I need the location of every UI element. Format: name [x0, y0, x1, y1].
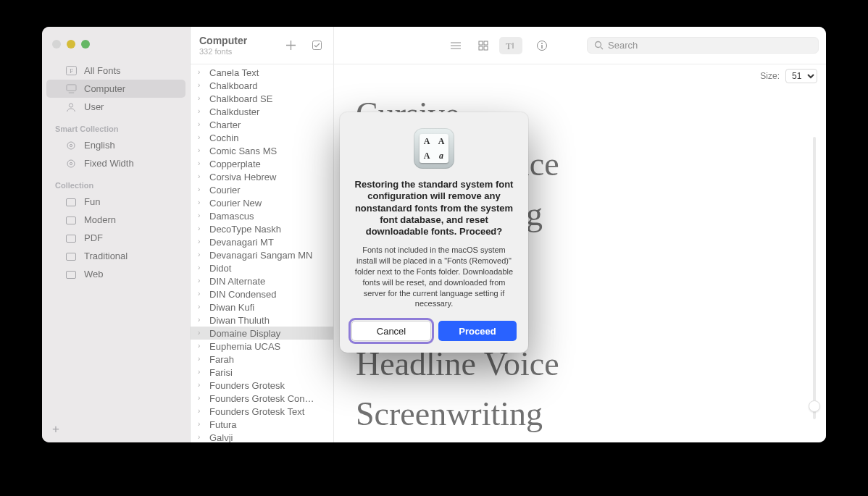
chevron-right-icon: › — [198, 82, 204, 89]
chevron-right-icon: › — [198, 225, 204, 232]
dialog-body: Fonts not included in the macOS system i… — [351, 245, 517, 309]
font-row[interactable]: ›Chalkboard SE — [191, 92, 333, 105]
font-row[interactable]: ›Farisi — [191, 366, 333, 379]
font-row[interactable]: ›Founders Grotesk — [191, 379, 333, 392]
collection-icon — [65, 269, 77, 279]
font-icon: F — [65, 66, 77, 76]
font-row[interactable]: ›Devanagari MT — [191, 235, 333, 248]
font-row[interactable]: ›Didot — [191, 261, 333, 274]
font-row[interactable]: ›Domaine Display — [191, 327, 333, 340]
sidebar-item-user[interactable]: User — [46, 98, 185, 116]
sidebar-item-english[interactable]: English — [46, 136, 185, 154]
sidebar-item-computer[interactable]: Computer — [46, 80, 185, 98]
svg-rect-10 — [67, 217, 76, 224]
font-name: Charter — [209, 119, 241, 130]
font-row[interactable]: ›Founders Grotesk Con… — [191, 392, 333, 405]
sidebar-item-modern[interactable]: Modern — [46, 211, 185, 229]
svg-point-5 — [67, 142, 75, 149]
svg-rect-14 — [312, 41, 321, 50]
sidebar-item-all-fonts[interactable]: F All Fonts — [46, 62, 185, 80]
font-row[interactable]: ›Euphemia UCAS — [191, 340, 333, 353]
view-sample-button[interactable] — [444, 37, 467, 54]
font-row[interactable]: ›Canela Text — [191, 66, 333, 79]
font-row[interactable]: ›DIN Alternate — [191, 274, 333, 287]
zoom-window-button[interactable] — [81, 40, 90, 49]
font-row[interactable]: ›Galvji — [191, 431, 333, 442]
font-name: Courier — [209, 185, 241, 196]
size-slider-track[interactable] — [813, 137, 816, 419]
chevron-right-icon: › — [198, 251, 204, 258]
chevron-right-icon: › — [198, 134, 204, 141]
font-row[interactable]: ›DIN Condensed — [191, 287, 333, 300]
chevron-right-icon: › — [198, 238, 204, 245]
svg-point-6 — [70, 144, 72, 146]
sidebar-item-label: Fixed Width — [84, 158, 134, 169]
font-row[interactable]: ›Copperplate — [191, 157, 333, 170]
font-row[interactable]: ›Futura — [191, 418, 333, 431]
computer-icon — [65, 84, 77, 94]
font-name: DecoType Naskh — [209, 224, 281, 235]
svg-text:F: F — [69, 67, 72, 75]
font-row[interactable]: ›Diwan Kufi — [191, 300, 333, 314]
chevron-right-icon: › — [198, 408, 204, 415]
svg-rect-19 — [484, 41, 488, 45]
chevron-right-icon: › — [198, 434, 204, 441]
font-row[interactable]: ›Cochin — [191, 131, 333, 144]
add-font-button[interactable] — [283, 38, 299, 54]
size-select[interactable]: 51 — [785, 69, 817, 83]
font-name: Chalkduster — [209, 106, 259, 117]
sidebar-item-fixed-width[interactable]: Fixed Width — [46, 154, 185, 172]
proceed-button[interactable]: Proceed — [438, 321, 517, 341]
view-custom-button[interactable]: T — [499, 37, 522, 54]
sidebar-item-traditional[interactable]: Traditional — [46, 247, 185, 265]
svg-line-28 — [601, 47, 603, 49]
font-row[interactable]: ›Chalkboard — [191, 79, 333, 92]
font-name: Chalkboard SE — [209, 93, 272, 104]
font-row[interactable]: ›Courier New — [191, 196, 333, 209]
font-row[interactable]: ›DecoType Naskh — [191, 222, 333, 235]
font-row[interactable]: ›Courier — [191, 183, 333, 196]
sidebar-item-fun[interactable]: Fun — [46, 193, 185, 211]
font-row[interactable]: ›Comic Sans MS — [191, 144, 333, 157]
chevron-right-icon: › — [198, 382, 204, 389]
font-name: Farah — [209, 354, 234, 365]
font-name: Chalkboard — [209, 80, 258, 91]
font-name: Devanagari Sangam MN — [209, 250, 312, 261]
chevron-right-icon: › — [198, 95, 204, 102]
view-mode-group: T — [444, 37, 522, 54]
font-name: Courier New — [209, 198, 262, 209]
font-name: Corsiva Hebrew — [209, 172, 276, 182]
font-row[interactable]: ›Diwan Thuluth — [191, 314, 333, 327]
sidebar-item-web[interactable]: Web — [46, 265, 185, 283]
sidebar-item-pdf[interactable]: PDF — [46, 229, 185, 247]
info-button[interactable] — [531, 37, 553, 54]
svg-rect-12 — [67, 253, 76, 260]
chevron-right-icon: › — [198, 264, 204, 272]
cancel-button[interactable]: Cancel — [351, 321, 431, 341]
font-list[interactable]: ›Canela Text›Chalkboard›Chalkboard SE›Ch… — [191, 64, 333, 442]
view-grid-button[interactable] — [472, 37, 495, 54]
svg-point-4 — [69, 103, 72, 106]
font-row[interactable]: ›Corsiva Hebrew — [191, 170, 333, 183]
font-row[interactable]: ›Chalkduster — [191, 105, 333, 118]
font-name: Farisi — [209, 367, 233, 378]
search-input[interactable] — [608, 40, 811, 51]
validate-button[interactable] — [309, 38, 325, 54]
font-row[interactable]: ›Devanagari Sangam MN — [191, 248, 333, 261]
chevron-right-icon: › — [198, 329, 204, 337]
close-window-button[interactable] — [52, 40, 61, 49]
chevron-right-icon: › — [198, 356, 204, 363]
gear-icon — [65, 159, 77, 169]
collection-icon — [65, 251, 77, 261]
search-field[interactable] — [587, 37, 819, 54]
sidebar-heading-smart: Smart Collection — [42, 116, 190, 136]
font-row[interactable]: ›Farah — [191, 353, 333, 366]
font-row[interactable]: ›Founders Grotesk Text — [191, 405, 333, 418]
size-slider-knob[interactable] — [809, 400, 820, 412]
add-collection-button[interactable]: + — [52, 422, 59, 437]
chevron-right-icon: › — [198, 277, 204, 285]
minimize-window-button[interactable] — [67, 40, 75, 49]
font-name: Diwan Thuluth — [209, 315, 270, 326]
font-row[interactable]: ›Damascus — [191, 209, 333, 222]
font-row[interactable]: ›Charter — [191, 118, 333, 131]
